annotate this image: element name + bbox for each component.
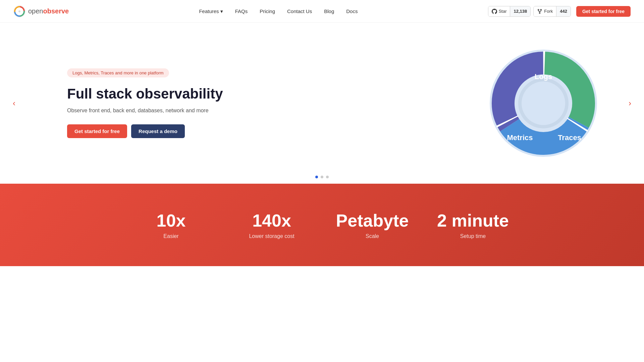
hero-buttons: Get started for free Request a demo (67, 124, 223, 138)
github-icon (492, 9, 497, 14)
hero-badge: Logs, Metrics, Traces and more in one pl… (67, 68, 169, 77)
github-fork-count: 442 (556, 6, 571, 16)
stat-label-3: Setup time (429, 233, 517, 239)
carousel-prev-button[interactable]: ‹ (8, 97, 20, 109)
fork-icon (537, 9, 542, 14)
nav-item-contact[interactable]: Contact Us (287, 8, 312, 14)
logo-text-open: open (28, 7, 43, 15)
hero-demo-button[interactable]: Request a demo (131, 124, 185, 138)
nav-link-blog[interactable]: Blog (324, 8, 334, 14)
metrics-label: Metrics (507, 133, 533, 142)
hero-chart: Logs Metrics Traces (483, 43, 604, 164)
stat-label-2: Scale (329, 233, 416, 239)
nav-item-features[interactable]: Features ▾ (199, 8, 223, 14)
hero-left: Logs, Metrics, Traces and more in one pl… (67, 68, 223, 138)
navbar: openobserve Features ▾ FAQs Pricing Cont… (0, 0, 644, 23)
carousel-next-button[interactable]: › (624, 97, 636, 109)
stats-section: 10x Easier 140x Lower storage cost Petab… (0, 184, 644, 266)
logo[interactable]: openobserve (13, 5, 69, 17)
nav-item-faqs[interactable]: FAQs (235, 8, 248, 14)
nav-link-pricing[interactable]: Pricing (260, 8, 275, 14)
traces-label: Traces (558, 133, 581, 142)
nav-actions: Star 12,138 Fork 442 Get started for fre… (488, 6, 631, 17)
nav-item-pricing[interactable]: Pricing (260, 8, 275, 14)
logo-text-observe: observe (43, 7, 69, 15)
stat-value-0: 10x (127, 210, 215, 231)
stat-item-3: 2 minute Setup time (423, 204, 523, 246)
hero-title: Full stack observability (67, 85, 223, 102)
hero-content: Logs, Metrics, Traces and more in one pl… (0, 23, 644, 184)
stat-value-2: Petabyte (329, 210, 416, 231)
nav-item-blog[interactable]: Blog (324, 8, 334, 14)
stat-value-1: 140x (228, 210, 315, 231)
nav-link-contact[interactable]: Contact Us (287, 8, 312, 14)
logs-label: Logs (535, 72, 552, 81)
svg-point-2 (18, 10, 20, 12)
stat-label-0: Easier (127, 233, 215, 239)
nav-item-docs[interactable]: Docs (346, 8, 358, 14)
donut-center-inner (522, 81, 565, 125)
nav-links: Features ▾ FAQs Pricing Contact Us Blog … (199, 8, 358, 14)
github-fork-button[interactable]: Fork 442 (533, 6, 571, 17)
stat-label-1: Lower storage cost (228, 233, 315, 239)
github-star-label: Star (499, 9, 507, 14)
logo-icon (13, 5, 25, 17)
stat-value-3: 2 minute (429, 210, 517, 231)
chevron-down-icon: ▾ (220, 8, 223, 14)
nav-link-faqs[interactable]: FAQs (235, 8, 248, 14)
carousel-dot-2[interactable] (321, 176, 323, 178)
stat-item-1: 140x Lower storage cost (221, 204, 322, 246)
carousel-dots (315, 176, 329, 178)
carousel-dot-3[interactable] (326, 176, 329, 178)
github-star-count: 12,138 (510, 6, 530, 16)
donut-chart: Logs Metrics Traces (483, 43, 604, 164)
stat-item-2: Petabyte Scale (322, 204, 423, 246)
nav-cta-button[interactable]: Get started for free (576, 6, 631, 17)
github-star-button[interactable]: Star 12,138 (488, 6, 531, 17)
nav-link-docs[interactable]: Docs (346, 8, 358, 14)
carousel-dot-1[interactable] (315, 176, 318, 178)
github-fork-label: Fork (544, 9, 553, 14)
nav-link-features[interactable]: Features ▾ (199, 8, 223, 14)
stat-item-0: 10x Easier (121, 204, 221, 246)
hero-cta-button[interactable]: Get started for free (67, 124, 127, 138)
hero-section: ‹ Logs, Metrics, Traces and more in one … (0, 23, 644, 184)
hero-subtitle: Observe front end, back end, databases, … (67, 108, 223, 114)
